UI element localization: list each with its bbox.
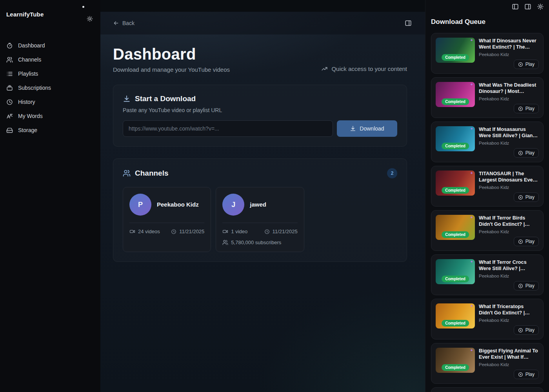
sidebar-item-label: History: [18, 99, 35, 105]
download-button-label: Download: [360, 125, 384, 132]
play-button[interactable]: Play: [514, 237, 539, 246]
video-title: What If Terror Birds Didn't Go Extinct? …: [479, 215, 539, 228]
page-subtitle: Download and manage your YouTube videos: [113, 66, 230, 73]
video-channel: Peekaboo Kidz: [479, 274, 539, 278]
video-title: TITANOSAUR | The Largest Dinosaurs Ever …: [479, 171, 539, 183]
queue-list: ✦ Completed What If Dinosaurs Never Went…: [425, 30, 549, 392]
channels-card: Channels 2 P Peekaboo Kidz 24 videos: [113, 158, 407, 262]
sidebar-item-my-words[interactable]: My Words: [0, 109, 100, 123]
app-logo: LearnifyTube: [6, 11, 44, 18]
download-icon: [123, 95, 131, 103]
panel-toggle-button[interactable]: [404, 19, 413, 27]
play-circle-icon: [518, 283, 523, 289]
channel-date: 11/21/2025: [171, 229, 204, 234]
video-thumbnail: ✦ Completed: [436, 38, 475, 63]
queue-title: Download Queue: [425, 13, 549, 30]
play-button[interactable]: Play: [514, 104, 539, 113]
panel-right-icon: [405, 20, 412, 27]
channel-tile-header: P Peekaboo Kidz: [129, 194, 204, 216]
video-channel: Peekaboo Kidz: [479, 229, 539, 234]
play-button[interactable]: Play: [514, 60, 539, 69]
video-thumbnail: ✦ Completed: [436, 171, 475, 196]
sidebar-item-dashboard[interactable]: Dashboard: [0, 38, 100, 53]
download-card-header: Start a Download: [123, 94, 397, 103]
play-button[interactable]: Play: [514, 325, 539, 335]
queue-item-body: What Was The Deadliest Dinosaur? | Most……: [479, 82, 539, 113]
sidebar-item-label: Playlists: [18, 71, 38, 77]
queue-item[interactable]: ✦ Completed What If Terror Birds Didn't …: [431, 210, 544, 251]
channel-tile-header: J jawed: [222, 194, 297, 216]
page-title: Dashboard: [113, 45, 230, 63]
channels-count-badge: 2: [387, 168, 397, 178]
translate-icon: [6, 113, 13, 120]
channel-tile[interactable]: P Peekaboo Kidz 24 videos 11/21/2025: [123, 187, 211, 252]
play-button[interactable]: Play: [514, 370, 539, 379]
play-circle-icon: [518, 106, 523, 111]
sparkle-icon: ✦: [470, 82, 473, 87]
sidebar-header: LearnifyTube: [0, 0, 100, 33]
video-camera-icon: [129, 229, 135, 234]
queue-item-body: TITANOSAUR | The Largest Dinosaurs Ever …: [479, 171, 539, 202]
video-thumbnail: ✦ Completed: [436, 82, 475, 107]
window-top-strip: [100, 0, 425, 12]
video-thumbnail: ✦ Completed: [436, 303, 475, 328]
play-button[interactable]: Play: [514, 281, 539, 290]
download-card-title: Start a Download: [135, 94, 196, 103]
video-title: What Was The Deadliest Dinosaur? | Most…: [479, 82, 539, 95]
sidebar-item-channels[interactable]: Channels: [0, 53, 100, 67]
queue-item-body: What If Dinosaurs Never Went Extinct? | …: [479, 38, 539, 69]
clock-icon: [6, 99, 13, 105]
download-card-subtitle: Paste any YouTube video or playlist URL: [123, 107, 397, 113]
sidebar-item-subscriptions[interactable]: Subscriptions: [0, 81, 100, 95]
status-badge: Completed: [442, 320, 469, 327]
download-icon: [350, 125, 356, 132]
settings-button[interactable]: [537, 3, 544, 10]
url-input[interactable]: [123, 120, 333, 137]
play-button[interactable]: Play: [514, 192, 539, 202]
queue-item-body: What If Terror Birds Didn't Go Extinct? …: [479, 215, 539, 246]
trending-up-icon: [321, 65, 328, 72]
sparkle-icon: ✦: [470, 260, 473, 264]
back-button[interactable]: Back: [113, 20, 135, 26]
main-header: Back: [100, 12, 425, 34]
sidebar-nav: Dashboard Channels Playlists Subscriptio…: [0, 38, 100, 137]
theme-toggle-button[interactable]: [86, 15, 94, 23]
video-count: 1 video: [222, 229, 247, 234]
channel-stats: 1 video 11/21/2025: [222, 229, 297, 234]
queue-item[interactable]: ✦: [431, 387, 544, 392]
play-button[interactable]: Play: [514, 148, 539, 158]
panel-right-toggle-button[interactable]: [524, 3, 531, 10]
avatar: J: [222, 194, 244, 216]
sidebar-item-storage[interactable]: Storage: [0, 123, 100, 137]
users-icon: [123, 169, 131, 177]
sidebar-item-label: Storage: [18, 127, 37, 133]
queue-item-body: Biggest Flying Animal To Ever Exist | Wh…: [479, 348, 539, 379]
back-label: Back: [122, 20, 135, 26]
users-icon: [6, 56, 13, 63]
status-badge: Completed: [442, 143, 469, 149]
play-circle-icon: [518, 239, 523, 244]
hard-drive-icon: [6, 127, 13, 134]
divider: [222, 223, 297, 223]
sidebar-item-label: Subscriptions: [18, 85, 51, 91]
panel-top-bar: [425, 0, 549, 13]
channels-card-title: Channels: [135, 169, 169, 178]
queue-item[interactable]: ✦ Completed What If Mosasaurus Were Stil…: [431, 122, 544, 162]
panel-left-toggle-button[interactable]: [512, 3, 519, 10]
queue-item[interactable]: ✦ Completed Biggest Flying Animal To Eve…: [431, 343, 544, 384]
channel-tile[interactable]: J jawed 1 video 11/21/2025: [216, 187, 304, 252]
clock-icon: [171, 229, 176, 234]
video-channel: Peekaboo Kidz: [479, 52, 539, 57]
divider: [129, 223, 204, 223]
download-button[interactable]: Download: [337, 120, 397, 137]
video-title: What If Triceratops Didn't Go Extinct? |…: [479, 303, 539, 316]
queue-item[interactable]: ✦ Completed What If Dinosaurs Never Went…: [431, 33, 544, 74]
queue-item[interactable]: ✦ Completed What If Terror Crocs Were St…: [431, 254, 544, 295]
queue-item[interactable]: ✦ Completed TITANOSAUR | The Largest Din…: [431, 166, 544, 207]
queue-item[interactable]: ✦ Completed What Was The Deadliest Dinos…: [431, 77, 544, 118]
sidebar-item-playlists[interactable]: Playlists: [0, 67, 100, 81]
video-camera-icon: [222, 229, 228, 234]
channel-name: Peekaboo Kidz: [157, 201, 199, 209]
sidebar-item-history[interactable]: History: [0, 95, 100, 109]
queue-item[interactable]: ✦ Completed What If Triceratops Didn't G…: [431, 299, 544, 339]
